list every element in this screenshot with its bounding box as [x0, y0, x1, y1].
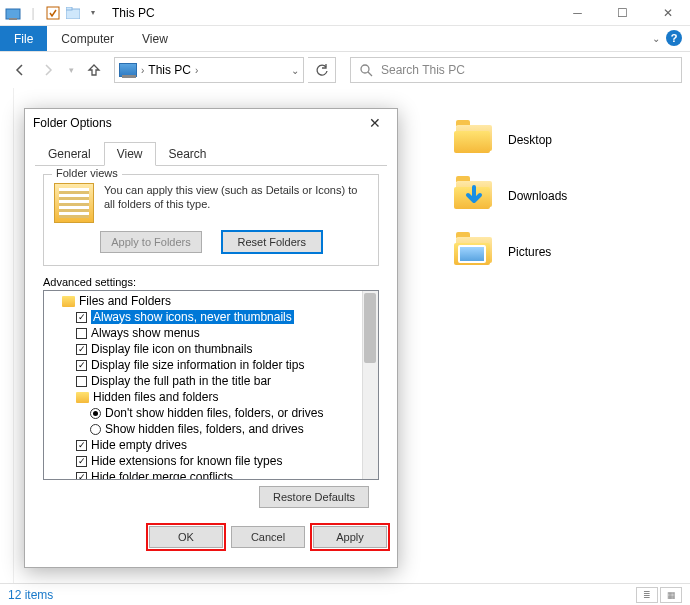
apply-button[interactable]: Apply [313, 526, 387, 548]
ribbon-collapse-icon[interactable]: ⌄ [652, 33, 660, 44]
search-box[interactable]: Search This PC [350, 57, 682, 83]
breadcrumb-sep-icon: › [141, 65, 144, 76]
forward-button[interactable] [36, 58, 60, 82]
file-tab[interactable]: File [0, 26, 47, 51]
quick-access-toolbar: | ▾ [0, 4, 106, 22]
tree-item-hide-empty-drives[interactable]: Hide empty drives [48, 437, 374, 453]
navigation-bar: ▾ › This PC › ⌄ Search This PC [0, 52, 690, 88]
breadcrumb-sep-icon[interactable]: › [195, 65, 198, 76]
qat-separator: | [24, 4, 42, 22]
qat-dropdown-icon[interactable]: ▾ [84, 4, 102, 22]
radio-icon[interactable] [90, 408, 101, 419]
app-icon [4, 4, 22, 22]
radio-icon[interactable] [90, 424, 101, 435]
tree-scrollbar[interactable] [362, 291, 378, 479]
search-placeholder: Search This PC [381, 63, 465, 77]
tab-general[interactable]: General [35, 142, 104, 166]
apply-to-folders-button[interactable]: Apply to Folders [100, 231, 201, 253]
folder-icon [454, 235, 496, 269]
window-controls: ─ ☐ ✕ [555, 0, 690, 26]
folder-icon [62, 296, 75, 307]
folder-label: Desktop [508, 133, 552, 147]
folder-label: Pictures [508, 245, 551, 259]
tab-view[interactable]: View [104, 142, 156, 166]
checkbox-icon[interactable] [76, 376, 87, 387]
tree-item-file-icon-thumbs[interactable]: Display file icon on thumbnails [48, 341, 374, 357]
checkbox-icon[interactable] [76, 360, 87, 371]
computer-tab[interactable]: Computer [47, 26, 128, 51]
help-icon[interactable]: ? [666, 30, 682, 46]
tree-item-always-menus[interactable]: Always show menus [48, 325, 374, 341]
folder-icon [454, 123, 496, 157]
pc-icon [119, 63, 137, 77]
picture-thumb-icon [458, 245, 486, 263]
new-folder-qat-icon[interactable] [64, 4, 82, 22]
tree-group-hidden-files[interactable]: Hidden files and folders [48, 389, 374, 405]
view-toggles: ≣ ▦ [636, 587, 682, 603]
reset-folders-button[interactable]: Reset Folders [222, 231, 322, 253]
folder-views-group: Folder views You can apply this view (su… [43, 174, 379, 266]
folder-icon [454, 179, 496, 213]
advanced-settings-tree[interactable]: Files and Folders Always show icons, nev… [43, 290, 379, 480]
minimize-button[interactable]: ─ [555, 0, 600, 26]
item-count: 12 items [8, 588, 53, 602]
address-dropdown-icon[interactable]: ⌄ [291, 65, 299, 76]
folder-icon [76, 392, 89, 403]
checkbox-icon[interactable] [76, 472, 87, 481]
dialog-title-bar[interactable]: Folder Options ✕ [25, 109, 397, 137]
icons-view-icon[interactable]: ▦ [660, 587, 682, 603]
breadcrumb-text[interactable]: This PC [148, 63, 191, 77]
tree-item-hide-merge-conflicts[interactable]: Hide folder merge conflicts [48, 469, 374, 480]
window-title: This PC [112, 6, 155, 20]
close-button[interactable]: ✕ [645, 0, 690, 26]
restore-row: Restore Defaults [43, 480, 379, 514]
tree-item-hide-extensions[interactable]: Hide extensions for known file types [48, 453, 374, 469]
status-bar: 12 items ≣ ▦ [0, 583, 690, 605]
tab-search[interactable]: Search [156, 142, 220, 166]
tree-item-file-size-tips[interactable]: Display file size information in folder … [48, 357, 374, 373]
dialog-body: Folder views You can apply this view (su… [35, 165, 387, 522]
refresh-button[interactable] [308, 57, 336, 83]
nav-pane-edge [0, 88, 14, 583]
maximize-button[interactable]: ☐ [600, 0, 645, 26]
dialog-tabs: General View Search [25, 137, 397, 165]
scrollbar-thumb[interactable] [364, 293, 376, 363]
restore-defaults-button[interactable]: Restore Defaults [259, 486, 369, 508]
advanced-settings-label: Advanced settings: [43, 276, 379, 288]
folder-views-legend: Folder views [52, 167, 122, 179]
svg-point-5 [361, 65, 369, 73]
dialog-footer: OK Cancel Apply [25, 522, 397, 558]
up-button[interactable] [82, 58, 106, 82]
tree-item-full-path-title[interactable]: Display the full path in the title bar [48, 373, 374, 389]
folder-options-dialog: Folder Options ✕ General View Search Fol… [24, 108, 398, 568]
tree-group-files-folders[interactable]: Files and Folders [48, 293, 374, 309]
svg-rect-2 [47, 7, 59, 19]
dialog-title: Folder Options [33, 116, 112, 130]
folder-views-text: You can apply this view (such as Details… [104, 183, 368, 223]
checkbox-icon[interactable] [76, 440, 87, 451]
view-tab[interactable]: View [128, 26, 182, 51]
address-bar[interactable]: › This PC › ⌄ [114, 57, 304, 83]
title-bar: | ▾ This PC ─ ☐ ✕ [0, 0, 690, 26]
download-arrow-icon [464, 185, 484, 209]
dialog-close-button[interactable]: ✕ [361, 113, 389, 133]
tree-item-always-icons[interactable]: Always show icons, never thumbnails [48, 309, 374, 325]
properties-qat-icon[interactable] [44, 4, 62, 22]
folder-label: Downloads [508, 189, 567, 203]
tree-item-show-hidden[interactable]: Show hidden files, folders, and drives [48, 421, 374, 437]
recent-dropdown-icon[interactable]: ▾ [64, 58, 78, 82]
checkbox-icon[interactable] [76, 344, 87, 355]
svg-line-6 [368, 72, 372, 76]
folder-views-icon [54, 183, 94, 223]
svg-rect-1 [9, 18, 17, 20]
svg-rect-0 [6, 9, 20, 19]
checkbox-icon[interactable] [76, 312, 87, 323]
checkbox-icon[interactable] [76, 456, 87, 467]
details-view-icon[interactable]: ≣ [636, 587, 658, 603]
cancel-button[interactable]: Cancel [231, 526, 305, 548]
back-button[interactable] [8, 58, 32, 82]
tree-item-dont-show-hidden[interactable]: Don't show hidden files, folders, or dri… [48, 405, 374, 421]
ribbon: File Computer View ⌄ ? [0, 26, 690, 52]
ok-button[interactable]: OK [149, 526, 223, 548]
checkbox-icon[interactable] [76, 328, 87, 339]
